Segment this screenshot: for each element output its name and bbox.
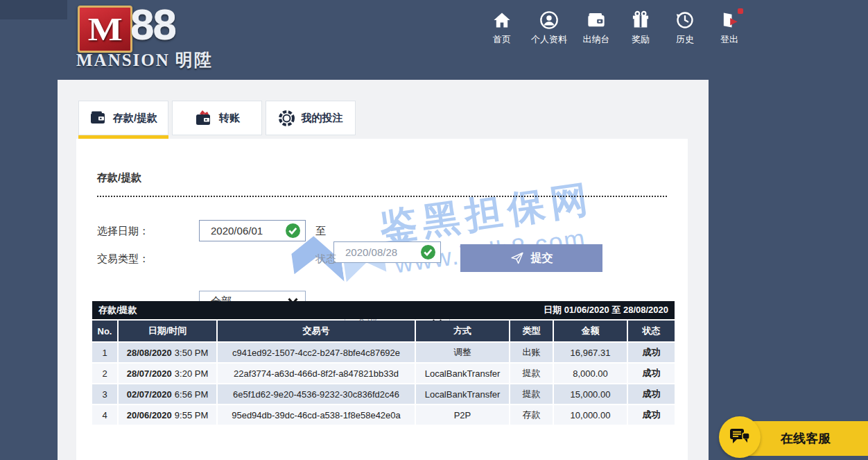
nav-logout[interactable]: 登出 [714,10,745,46]
tab-deposit-withdraw[interactable]: 存款/提款 [78,101,168,135]
cell-method: LocalBankTransfer [416,364,509,383]
cell-date: 28/08/2020 [127,348,172,358]
nav-profile-label: 个人资料 [531,33,567,46]
nav-rewards[interactable]: 奖励 [625,10,656,46]
table-title: 存款/提款 [98,304,137,316]
cell-amount: 16,967.31 [554,343,627,362]
cell-method: LocalBankTransfer [416,384,509,404]
m88-logo[interactable]: M [78,6,132,53]
cell-datetime: 28/07/20203:20 PM [119,364,216,383]
cell-no: 4 [92,405,117,425]
col-status: 状态 [628,321,675,341]
header-corner-patch [0,0,67,19]
submit-button[interactable]: 提交 [460,244,602,272]
transactions-table: 存款/提款 日期 01/06/2020 至 28/08/2020 No. 日期/… [92,301,675,425]
section-title: 存款/提款 [97,171,141,185]
col-type: 类型 [510,321,553,341]
cell-no: 3 [92,384,117,404]
poker-chip-icon [279,110,295,126]
cell-no: 1 [92,343,117,362]
txn-type-label: 交易类型： [97,248,149,269]
col-amount: 金额 [554,321,627,341]
nav-cashier-label: 出纳台 [583,33,610,46]
logo-m-glyph: M [88,11,123,48]
nav-rewards-label: 奖励 [632,33,650,46]
tab-transfer[interactable]: 转账 [172,101,262,135]
home-icon [492,10,512,30]
table-row[interactable]: 3 02/07/20206:56 PM 6e5f1d62-9e20-4536-9… [92,384,675,404]
cell-status: 成功 [628,384,675,404]
paper-plane-icon [510,251,524,265]
nav-home[interactable]: 首页 [487,10,517,46]
nav-logout-label: 登出 [720,33,738,46]
history-icon [675,10,695,30]
cell-time: 6:56 PM [175,389,208,400]
wallet-icon [587,10,606,30]
cell-status: 成功 [628,343,675,362]
deposit-wallet-icon [89,110,106,126]
table-date-range: 日期 01/06/2020 至 28/08/2020 [544,304,668,316]
transfer-wallet-icon [194,110,212,126]
online-support-label: 在线客服 [781,430,831,447]
cell-datetime: 02/07/20206:56 PM [119,384,216,404]
cell-method: P2P [416,405,509,425]
table-titlebar: 存款/提款 日期 01/06/2020 至 28/08/2020 [92,301,675,319]
cell-date: 28/07/2020 [127,368,172,379]
tab-bar: 存款/提款 转账 我的投注 [78,101,356,135]
online-support-bubble[interactable] [719,416,761,458]
section-divider [97,196,667,197]
status-label: 状态 [315,248,336,269]
gift-icon [631,10,650,30]
active-tab-underline [78,135,168,139]
table-row[interactable]: 1 28/08/20203:50 PM c941ed92-1507-4cc2-b… [92,343,675,362]
logout-icon [720,10,739,30]
logo-name-en: MANSION [76,51,170,69]
cell-type: 存款 [510,405,553,425]
nav-history[interactable]: 历史 [670,10,700,46]
to-label: 至 [315,220,326,241]
col-datetime: 日期/时间 [119,321,216,341]
col-no: No. [92,321,117,341]
cell-amount: 10,000.00 [554,405,627,425]
logo-name-cn: 明陞 [175,51,213,69]
cell-time: 3:20 PM [175,368,208,379]
nav-profile[interactable]: 个人资料 [531,10,567,46]
top-nav: 首页 个人资料 出纳台 奖励 历史 登出 [487,10,745,46]
cell-date: 02/07/2020 [127,389,172,400]
cell-txn-id: 6e5f1d62-9e20-4536-9232-30c836fd2c46 [218,384,415,404]
submit-label: 提交 [531,251,553,266]
cell-type: 提款 [510,384,553,404]
cell-method: 调整 [416,343,509,362]
chat-icon [729,427,751,447]
cell-amount: 8,000.00 [554,364,627,383]
logo-mansion-text: MANSION 明陞 [76,49,213,71]
cell-time: 9:55 PM [175,410,208,420]
logout-notification-dot [738,8,743,14]
logo-88-text: 88 [130,0,175,49]
nav-history-label: 历史 [676,33,694,46]
cell-type: 出账 [510,343,553,362]
cell-time: 3:50 PM [175,348,208,358]
cell-type: 提款 [510,364,553,383]
screen: M 88 MANSION 明陞 首页 个人资料 出纳台 奖励 历史 登出 [0,0,868,460]
table-row[interactable]: 4 20/06/20209:55 PM 95ed94db-39dc-46cd-a… [92,405,675,425]
date-to-input[interactable]: 2020/08/28 [333,241,441,263]
table-row[interactable]: 2 28/07/20203:20 PM 22af3774-a63d-466d-8… [92,364,675,383]
date-from-value: 2020/06/01 [211,225,263,237]
table-header-row: No. 日期/时间 交易号 方式 类型 金额 状态 [92,321,675,341]
nav-cashier[interactable]: 出纳台 [581,10,611,46]
tab-transfer-label: 转账 [219,112,240,125]
cell-txn-id: c941ed92-1507-4cc2-b247-8bfe4c87692e [218,343,415,362]
date-from-input[interactable]: 2020/06/01 [199,220,306,241]
cell-date: 20/06/2020 [127,410,172,420]
col-method: 方式 [416,321,509,341]
tab-my-bets-label: 我的投注 [302,112,343,125]
cell-status: 成功 [628,405,675,425]
cell-txn-id: 22af3774-a63d-466d-8f2f-a847821bb33d [218,364,415,383]
date-range-label: 选择日期： [97,220,149,241]
cell-datetime: 20/06/20209:55 PM [119,405,216,425]
date-to-valid-icon [421,245,435,259]
tab-my-bets[interactable]: 我的投注 [266,101,356,135]
date-from-valid-icon [286,223,300,238]
col-txn-id: 交易号 [218,321,415,341]
